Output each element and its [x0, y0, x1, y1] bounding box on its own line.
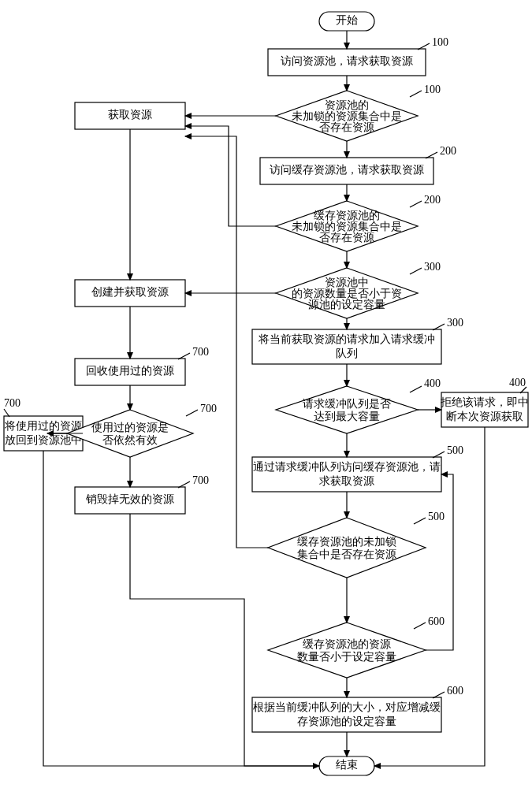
- step-400-label: 400: [509, 377, 526, 388]
- terminal-end-label: 结束: [336, 759, 358, 771]
- step-100-label-b: 100: [424, 84, 441, 95]
- box-adjust-text-2: 存资源池的设定容量: [297, 716, 396, 727]
- step-200-label-a: 200: [440, 145, 456, 157]
- decision-pool-unlocked-l2: 未加锁的资源集合中是: [292, 110, 402, 122]
- box-create-get-text: 创建并获取资源: [91, 286, 169, 298]
- step-100-label-a: 100: [432, 36, 448, 48]
- box-via-buffer-text-1: 通过请求缓冲队列访问缓存资源池，请: [253, 461, 441, 473]
- decision-cache2-l2: 集合中是否存在资源: [297, 548, 396, 560]
- box-access-cache-text: 访问缓存资源池，请求获取资源: [270, 164, 424, 176]
- decision-pool-lt-l1: 资源池中: [325, 277, 369, 288]
- decision-pool-unlocked-l1: 资源池的: [325, 99, 369, 111]
- decision-buffer-max-l2: 达到最大容量: [314, 411, 380, 422]
- decision-cache-lt-l1: 缓存资源池的资源: [303, 638, 391, 650]
- terminal-start-label: 开始: [336, 14, 358, 26]
- box-queue-request-text-2: 队列: [336, 348, 358, 359]
- decision-pool-lt-l3: 源池的设定容量: [308, 299, 385, 310]
- flowchart: 开始 结束 访问资源池，请求获取资源 100 获取资源 访问缓存资源池，请求获取…: [0, 0, 532, 788]
- box-queue-request-text-1: 将当前获取资源的请求加入请求缓冲: [258, 333, 435, 345]
- step-200-label-b: 200: [424, 194, 441, 206]
- box-putback-text-2: 放回到资源池中: [5, 434, 82, 446]
- step-600-label-a: 600: [428, 615, 445, 627]
- step-700-label-b: 700: [4, 397, 20, 409]
- step-700-label-c: 700: [192, 474, 209, 486]
- step-700-label-a: 700: [192, 346, 209, 358]
- decision-cache-lt-l2: 数量否小于设定容量: [297, 651, 396, 663]
- decision-valid-l1: 使用过的资源是: [91, 422, 169, 433]
- box-via-buffer-text-2: 求获取资源: [319, 475, 374, 487]
- step-300-label-b: 300: [447, 317, 463, 329]
- step-400-label-a: 400: [424, 377, 441, 389]
- box-access-pool-text: 访问资源池，请求获取资源: [281, 55, 413, 67]
- box-destroy-text: 销毁掉无效的资源: [85, 493, 174, 505]
- box-recycle-text: 回收使用过的资源: [86, 365, 174, 377]
- step-700-label-d: 700: [200, 403, 217, 414]
- decision-buffer-max-l1: 请求缓冲队列是否: [303, 398, 391, 410]
- box-get-resource-text: 获取资源: [108, 109, 152, 121]
- step-500-label-a: 500: [447, 444, 463, 456]
- box-adjust-text-1: 根据当前缓冲队列的大小，对应增减缓: [253, 701, 441, 713]
- box-putback-text-1: 将使用过的资源: [4, 420, 82, 432]
- decision-valid-l2: 否依然有效: [102, 434, 158, 446]
- box-reject-text-2: 断本次资源获取: [446, 411, 523, 422]
- step-300-label-a: 300: [424, 261, 441, 273]
- step-600-label-b: 600: [447, 685, 463, 697]
- decision-pool-unlocked-l3: 否存在资源: [319, 121, 374, 133]
- decision-cache-unlocked-l1: 缓存资源池的: [314, 210, 380, 221]
- decision-cache-unlocked-l2: 未加锁的资源集合中是: [292, 221, 402, 232]
- box-reject-text-1: 拒绝该请求，即中: [440, 396, 529, 408]
- decision-pool-lt-l2: 的资源数量是否小于资: [292, 288, 402, 299]
- decision-cache2-l1: 缓存资源池的未加锁: [297, 536, 396, 548]
- step-500-label-b: 500: [428, 511, 445, 522]
- decision-cache-unlocked-l3: 否存在资源: [319, 232, 374, 243]
